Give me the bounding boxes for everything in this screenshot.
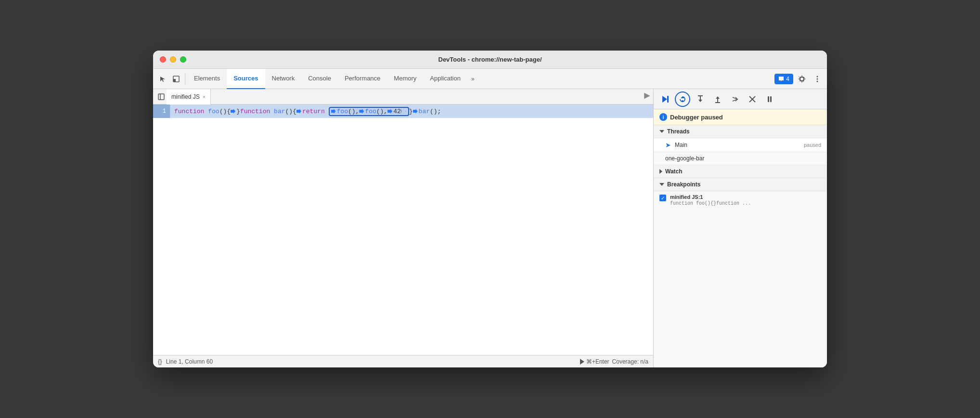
step-button[interactable]: [728, 92, 742, 106]
breakpoint-text: minified JS:1 function foo(){}function .…: [670, 194, 751, 206]
cursor-icon[interactable]: [156, 72, 169, 86]
breakpoints-section-header[interactable]: Breakpoints: [654, 178, 827, 191]
debugger-toolbar: [654, 89, 827, 109]
main-content: minified JS × 1: [153, 89, 827, 367]
right-panel: i Debugger paused Threads ➤ Main paused …: [654, 89, 827, 367]
breakpoint-arrow-1: [231, 109, 235, 114]
threads-section-header[interactable]: Threads: [654, 125, 827, 138]
run-triangle-icon: [580, 359, 584, 365]
tab-memory[interactable]: Memory: [387, 69, 423, 89]
traffic-lights: [160, 56, 186, 63]
thread-main-status: paused: [804, 142, 821, 148]
threads-collapse-icon: [659, 130, 664, 133]
dock-icon[interactable]: [169, 72, 183, 86]
devtools-body: Elements Sources Network Console Perform…: [153, 69, 827, 367]
svg-rect-5: [158, 94, 164, 100]
code-content-1: function foo (){ } function bar (){ retu…: [170, 107, 653, 116]
step-over-button[interactable]: [675, 91, 690, 107]
settings-icon[interactable]: [795, 72, 809, 86]
code-line-1: 1 function foo (){ } function bar (){: [153, 104, 653, 118]
svg-rect-9: [667, 96, 669, 103]
sidebar-toggle[interactable]: [156, 91, 167, 102]
step-into-button[interactable]: [693, 92, 708, 106]
tab-network[interactable]: Network: [265, 69, 302, 89]
status-bar: {} Line 1, Column 60 ⌘+Enter Coverage: n…: [153, 355, 653, 367]
watch-expand-icon: [659, 169, 662, 174]
run-button[interactable]: ⌘+Enter: [580, 358, 609, 365]
file-tab-right-icon[interactable]: [644, 92, 650, 101]
thread-main-arrow-icon: ➤: [665, 141, 671, 149]
breakpoint-item-1[interactable]: ✓ minified JS:1 function foo(){}function…: [654, 191, 827, 209]
svg-rect-21: [770, 96, 772, 102]
coverage-status: Coverage: n/a: [612, 358, 648, 365]
tab-console[interactable]: Console: [301, 69, 338, 89]
svg-marker-7: [645, 93, 649, 98]
svg-point-3: [817, 78, 818, 79]
tab-separator: [185, 73, 185, 85]
debugger-paused-label: Debugger paused: [670, 114, 723, 121]
thread-main[interactable]: ➤ Main paused: [654, 138, 827, 152]
watch-section-header[interactable]: Watch: [654, 165, 827, 178]
tab-bar: Elements Sources Network Console Perform…: [153, 69, 827, 89]
breakpoints-collapse-icon: [659, 183, 664, 186]
tab-elements[interactable]: Elements: [187, 69, 227, 89]
resume-button[interactable]: [658, 92, 672, 106]
tab-right-icons: 4: [774, 72, 824, 86]
close-button[interactable]: [160, 56, 166, 63]
breakpoint-filename: minified JS:1: [670, 194, 751, 200]
minimize-button[interactable]: [170, 56, 176, 63]
svg-point-2: [817, 76, 818, 77]
chat-badge-button[interactable]: 4: [774, 74, 793, 84]
titlebar: DevTools - chrome://new-tab-page/: [153, 51, 827, 69]
devtools-window: DevTools - chrome://new-tab-page/ Elemen…: [153, 51, 827, 367]
tab-performance[interactable]: Performance: [338, 69, 387, 89]
format-button[interactable]: {}: [158, 358, 162, 365]
info-icon: i: [659, 113, 667, 121]
breakpoint-arrow-7: [413, 109, 418, 114]
thread-google-bar[interactable]: one-google-bar: [654, 152, 827, 165]
pause-on-exceptions-button[interactable]: [762, 92, 777, 106]
deactivate-breakpoints-button[interactable]: [745, 92, 760, 106]
breakpoint-checkbox[interactable]: ✓: [659, 195, 666, 201]
file-tab-close[interactable]: ×: [203, 94, 206, 100]
line-number-1: 1: [153, 104, 170, 118]
more-options-icon[interactable]: [811, 72, 824, 86]
svg-rect-1: [173, 79, 176, 82]
thread-main-label: Main: [675, 142, 687, 148]
svg-marker-16: [716, 96, 720, 99]
svg-point-4: [817, 80, 818, 82]
more-tabs-button[interactable]: »: [467, 69, 478, 89]
step-out-button[interactable]: [710, 92, 725, 106]
fullscreen-button[interactable]: [180, 56, 186, 63]
bp-arrow-3: [331, 109, 336, 114]
code-editor[interactable]: 1 function foo (){ } function bar (){: [153, 104, 653, 355]
debugger-paused-banner: i Debugger paused: [654, 109, 827, 125]
file-tab-bar: minified JS ×: [153, 89, 653, 104]
position-status: Line 1, Column 60: [166, 358, 213, 365]
status-run: ⌘+Enter Coverage: n/a: [580, 358, 648, 365]
breakpoint-code: function foo(){}function ...: [670, 201, 751, 206]
file-tab-minifiedjs[interactable]: minified JS ×: [167, 89, 211, 104]
svg-marker-13: [698, 100, 702, 102]
breakpoint-arrow-2: [297, 109, 301, 114]
bp-arrow-4: [359, 109, 364, 114]
svg-marker-8: [662, 96, 667, 103]
highlight-box: foo(), foo(), 42: [329, 107, 409, 116]
bp-arrow-6: [401, 109, 406, 114]
window-title: DevTools - chrome://new-tab-page/: [438, 56, 542, 63]
thread-google-bar-label: one-google-bar: [665, 155, 704, 162]
left-panel: minified JS × 1: [153, 89, 654, 367]
tab-application[interactable]: Application: [423, 69, 467, 89]
file-tab-label: minified JS: [171, 93, 200, 100]
svg-point-11: [682, 100, 683, 102]
tab-sources[interactable]: Sources: [227, 69, 265, 89]
bp-arrow-5: [387, 109, 392, 114]
svg-rect-20: [768, 96, 769, 102]
